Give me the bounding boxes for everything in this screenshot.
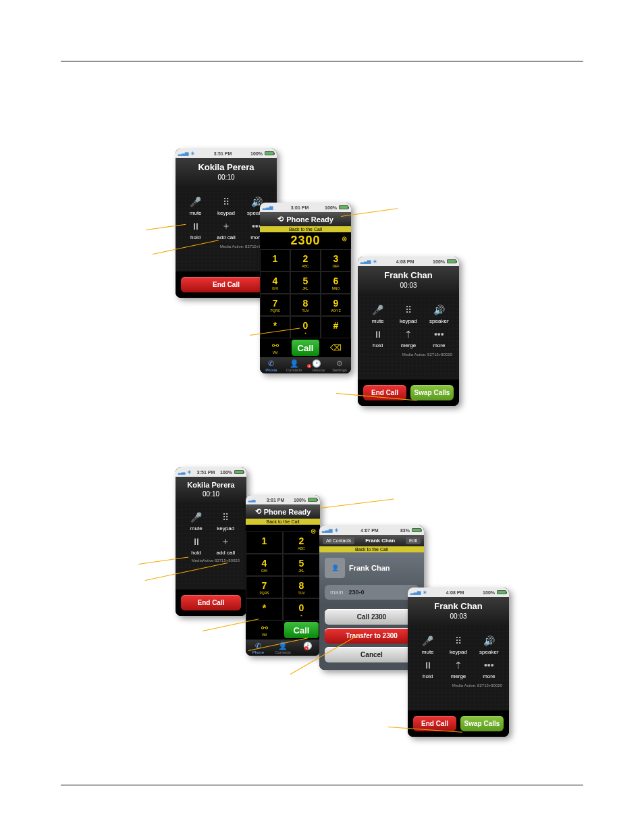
- avatar: 👤: [325, 558, 345, 578]
- call-contact-button[interactable]: Call 2300: [325, 609, 419, 625]
- speaker-button[interactable]: 🔊speaker: [426, 304, 452, 324]
- more-button[interactable]: •••more: [476, 659, 502, 679]
- phone-number: 230-0: [349, 589, 365, 596]
- status-bar: ▂▃✶ 3:51 PM 100%: [176, 467, 246, 477]
- end-call-button[interactable]: End Call: [181, 595, 241, 610]
- swap-calls-button[interactable]: Swap Calls: [410, 385, 454, 400]
- mute-icon: 🎤: [182, 196, 209, 208]
- mute-button[interactable]: 🎤mute: [365, 304, 391, 324]
- tab-contacts[interactable]: 👤Contacts: [271, 640, 296, 656]
- edit-button[interactable]: Edit: [406, 537, 421, 544]
- wifi-icon: ✶: [423, 590, 427, 596]
- tab-phone[interactable]: ✆Phone: [260, 357, 283, 373]
- back-to-call-button[interactable]: Back to the Call: [260, 226, 351, 232]
- refresh-icon: ⟲: [277, 215, 284, 224]
- end-call-button[interactable]: End Call: [181, 277, 271, 292]
- tab-settings[interactable]: ⚙Settings: [328, 357, 351, 373]
- key-8[interactable]: 8TUV: [290, 294, 321, 316]
- status-bar: ▂▃▅ 3:01 PM 100%: [260, 203, 351, 212]
- keypad-button[interactable]: ⠿keypad: [213, 196, 239, 216]
- key-3[interactable]: 3DEF: [321, 249, 351, 271]
- mute-button[interactable]: 🎤mute: [184, 511, 209, 531]
- merge-button[interactable]: ⇡merge: [445, 659, 471, 679]
- key-1[interactable]: 1: [246, 531, 283, 554]
- hold-button[interactable]: ⏸hold: [414, 659, 441, 679]
- signal-icon: ▂▃▅: [178, 151, 188, 156]
- more-button[interactable]: •••more: [426, 328, 452, 348]
- transfer-button[interactable]: Transfer to 2300: [325, 628, 419, 644]
- keypad-button[interactable]: ⠿keypad: [213, 511, 239, 531]
- voicemail-button[interactable]: ⚯VM: [246, 621, 283, 640]
- key-6[interactable]: 6MNO: [321, 271, 351, 294]
- key-1[interactable]: 1: [260, 249, 290, 271]
- keypad-button[interactable]: ⠿keypad: [445, 635, 471, 655]
- keypad-button[interactable]: ⠿keypad: [395, 304, 421, 324]
- mute-icon: 🎤: [365, 304, 391, 316]
- hold-button[interactable]: ⏸hold: [365, 328, 391, 348]
- hold-button[interactable]: ⏸hold: [182, 220, 209, 240]
- swap-calls-button[interactable]: Swap Calls: [460, 716, 504, 731]
- key-0[interactable]: 0+: [290, 316, 321, 338]
- speaker-button[interactable]: 🔊speaker: [476, 635, 502, 655]
- merge-icon: ⇡: [395, 328, 421, 340]
- clear-icon[interactable]: ⊗: [311, 527, 316, 535]
- merge-button[interactable]: ⇡merge: [395, 328, 421, 348]
- clock: 4:08 PM: [446, 590, 464, 595]
- key-8[interactable]: 8TUV: [283, 576, 320, 598]
- battery-icon: [308, 498, 317, 502]
- key-hash[interactable]: #: [321, 316, 351, 338]
- call-duration: 00:10: [176, 174, 277, 181]
- signal-icon: ▂▃: [178, 469, 185, 475]
- keypad-icon: ⠿: [445, 635, 471, 647]
- media-status: Media Active: 82715+80020: [358, 353, 459, 359]
- status-bar: ▂▃▅✶ 4:08 PM 100%: [358, 257, 459, 266]
- hold-button[interactable]: ⏸hold: [184, 536, 209, 556]
- status-bar: ▂▃▅✶ 4:07 PM 83%: [319, 525, 424, 535]
- wifi-icon: ✶: [373, 259, 377, 265]
- mute-icon: 🎤: [184, 511, 209, 523]
- mute-button[interactable]: 🎤mute: [182, 196, 209, 216]
- back-to-call-button[interactable]: Back to the Call: [246, 519, 320, 525]
- add-call-button[interactable]: ＋add call: [213, 536, 239, 556]
- cancel-button[interactable]: Cancel: [325, 647, 419, 662]
- back-to-call-button[interactable]: Back to the Call: [319, 546, 424, 552]
- tab-history[interactable]: 🕑•History: [306, 357, 329, 373]
- call-button[interactable]: Call: [292, 340, 319, 356]
- key-9[interactable]: 9WXYZ: [321, 294, 351, 316]
- signal-icon: ▂▃: [248, 497, 255, 502]
- backspace-button[interactable]: ⌫: [321, 338, 351, 357]
- battery-icon: [412, 528, 421, 532]
- clear-icon[interactable]: ⊗: [342, 235, 347, 242]
- battery-icon: [234, 470, 244, 474]
- more-icon: •••: [476, 659, 502, 671]
- clock: 4:08 PM: [396, 259, 414, 264]
- key-5[interactable]: 5JKL: [283, 554, 320, 576]
- contact-name: Frank Chan: [349, 564, 390, 572]
- key-2[interactable]: 2ABC: [290, 249, 321, 271]
- key-5[interactable]: 5JKL: [290, 271, 321, 294]
- phone-label: main: [330, 589, 344, 596]
- tab-history[interactable]: 🕑•: [295, 640, 320, 656]
- battery-icon: [497, 590, 506, 594]
- signal-icon: ▂▃▅: [410, 590, 421, 595]
- battery-icon: [265, 151, 274, 155]
- backspace-icon: ⌫: [330, 343, 342, 353]
- status-bar: ▂▃ 3:01 PM 100%: [246, 495, 320, 504]
- back-button[interactable]: All Contacts: [323, 537, 354, 544]
- mute-button[interactable]: 🎤mute: [414, 635, 441, 655]
- key-4[interactable]: 4GHI: [246, 554, 283, 576]
- key-7[interactable]: 7PQRS: [246, 576, 283, 598]
- add-call-button[interactable]: ＋add call: [213, 220, 239, 240]
- voicemail-button[interactable]: ⚯VM: [260, 338, 290, 357]
- call-button[interactable]: Call: [284, 622, 319, 638]
- key-7[interactable]: 7PQRS: [260, 294, 290, 316]
- keypad-icon: ⠿: [395, 304, 421, 316]
- key-star[interactable]: *: [260, 316, 290, 338]
- tab-contacts[interactable]: 👤Contacts: [283, 357, 306, 373]
- dialed-number: 2300: [290, 234, 320, 247]
- clock: 3:01 PM: [267, 498, 284, 502]
- key-4[interactable]: 4GHI: [260, 271, 290, 294]
- key-star[interactable]: *: [246, 598, 283, 621]
- key-0[interactable]: 0+: [283, 598, 320, 621]
- phone-number-row[interactable]: main 230-0: [325, 585, 419, 600]
